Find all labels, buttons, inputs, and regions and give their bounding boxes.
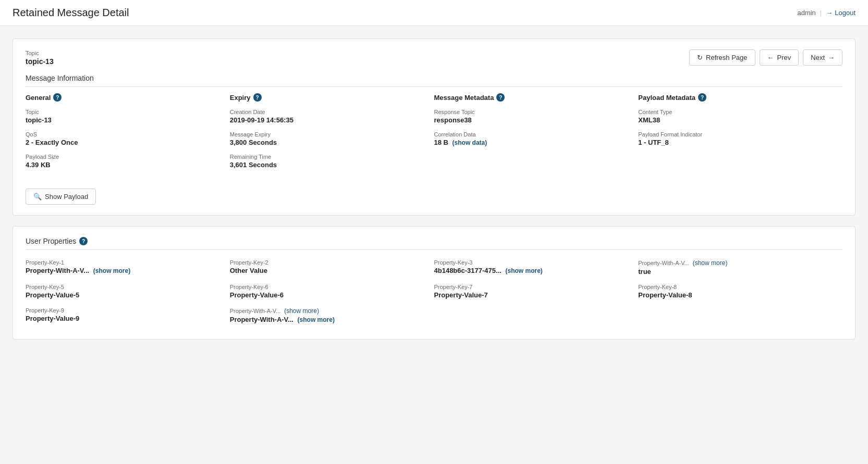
expiry-title: Expiry ? (230, 93, 426, 102)
field-remaining-time: Remaining Time 3,601 Seconds (230, 154, 426, 169)
field-creation-date-label: Creation Date (230, 109, 426, 115)
field-correlation-data: Correlation Data 18 B (show data) (434, 131, 630, 146)
prop-value-7: Property-Value-7 (434, 291, 630, 299)
field-topic-label: Topic (26, 109, 222, 115)
general-title: General ? (26, 93, 222, 102)
prop-item-7: Property-Key-7 Property-Value-7 (434, 281, 639, 304)
prop-value-4: true (638, 268, 834, 275)
general-help-icon: ? (53, 93, 62, 102)
prop-item-1: Property-Key-1 Property-With-A-V... (sho… (26, 256, 230, 281)
field-content-type-value: XML38 (638, 116, 834, 124)
prop-1-show-more[interactable]: (show more) (93, 267, 130, 274)
payload-metadata-title: Payload Metadata ? (638, 93, 834, 102)
prop-key-10: Property-With-A-V... (show more) (230, 307, 426, 315)
field-topic-value: topic-13 (26, 116, 222, 124)
field-response-topic-value: response38 (434, 116, 630, 124)
payload-metadata-help-icon: ? (698, 93, 706, 102)
search-icon: 🔍 (33, 193, 42, 200)
card-header-row: Topic topic-13 ↻ Refresh Page ← Prev Nex… (26, 49, 842, 66)
field-message-expiry-value: 3,800 Seconds (230, 139, 426, 146)
field-response-topic: Response Topic response38 (434, 109, 630, 124)
prop-item-5: Property-Key-5 Property-Value-5 (26, 281, 230, 304)
prop-10-key-show-more[interactable]: (show more) (284, 307, 319, 315)
prop-value-8: Property-Value-8 (638, 291, 834, 299)
prop-3-show-more[interactable]: (show more) (505, 267, 542, 274)
topic-label: Topic (26, 50, 54, 56)
message-metadata-help-icon: ? (496, 93, 505, 102)
prop-value-5: Property-Value-5 (26, 291, 222, 299)
show-payload-label: Show Payload (45, 193, 88, 200)
show-payload-button[interactable]: 🔍 Show Payload (26, 189, 96, 205)
user-properties-help-icon: ? (79, 237, 88, 245)
topic-value: topic-13 (26, 57, 54, 66)
action-buttons: ↻ Refresh Page ← Prev Next → (689, 49, 842, 66)
user-properties-card: User Properties ? Property-Key-1 Propert… (13, 226, 855, 340)
prop-value-6: Property-Value-6 (230, 291, 426, 299)
general-section: General ? Topic topic-13 QoS 2 - Exactly… (26, 93, 230, 176)
prop-key-6: Property-Key-6 (230, 284, 426, 290)
prop-key-3: Property-Key-3 (434, 259, 630, 266)
field-content-type: Content Type XML38 (638, 109, 834, 124)
info-grid: General ? Topic topic-13 QoS 2 - Exactly… (26, 93, 842, 176)
refresh-label: Refresh Page (706, 54, 748, 61)
next-icon: → (828, 54, 835, 61)
logout-label: Logout (835, 9, 855, 17)
field-qos-value: 2 - Exactly Once (26, 139, 222, 146)
field-payload-size: Payload Size 4.39 KB (26, 154, 222, 169)
prop-item-3: Property-Key-3 4b148b6c-3177-475... (sho… (434, 256, 639, 281)
main-content: Topic topic-13 ↻ Refresh Page ← Prev Nex… (0, 26, 868, 362)
payload-metadata-section: Payload Metadata ? Content Type XML38 Pa… (638, 93, 842, 176)
prop-10-show-more[interactable]: (show more) (298, 316, 335, 323)
refresh-icon: ↻ (697, 54, 703, 61)
top-bar: Retained Message Detail admin | → Logout (0, 0, 868, 26)
logout-icon: → (826, 9, 833, 17)
topic-block: Topic topic-13 (26, 50, 54, 66)
prop-item-10: Property-With-A-V... (show more) Propert… (230, 304, 434, 329)
field-remaining-time-label: Remaining Time (230, 154, 426, 160)
field-payload-format-label: Payload Format Indicator (638, 131, 834, 137)
expiry-section: Expiry ? Creation Date 2019-09-19 14:56:… (230, 93, 434, 176)
prop-key-9: Property-Key-9 (26, 307, 222, 313)
prop-key-4: Property-With-A-V... (show more) (638, 259, 834, 267)
prop-item-4: Property-With-A-V... (show more) true (638, 256, 842, 281)
field-message-expiry-label: Message Expiry (230, 131, 426, 137)
field-creation-date: Creation Date 2019-09-19 14:56:35 (230, 109, 426, 124)
field-topic: Topic topic-13 (26, 109, 222, 124)
logout-link[interactable]: → Logout (826, 9, 855, 17)
message-metadata-title: Message Metadata ? (434, 93, 630, 102)
message-info-title: Message Information (26, 74, 842, 87)
field-payload-format: Payload Format Indicator 1 - UTF_8 (638, 131, 834, 146)
field-message-expiry: Message Expiry 3,800 Seconds (230, 131, 426, 146)
field-payload-format-value: 1 - UTF_8 (638, 139, 834, 146)
user-properties-grid: Property-Key-1 Property-With-A-V... (sho… (26, 256, 842, 329)
prop-key-7: Property-Key-7 (434, 284, 630, 290)
expiry-help-icon: ? (253, 93, 262, 102)
prop-item-2: Property-Key-2 Other Value (230, 256, 434, 281)
next-button[interactable]: Next → (803, 49, 842, 66)
field-qos: QoS 2 - Exactly Once (26, 131, 222, 146)
prop-4-key-show-more[interactable]: (show more) (693, 259, 728, 267)
field-response-topic-label: Response Topic (434, 109, 630, 115)
prop-key-1: Property-Key-1 (26, 259, 222, 266)
prop-value-10: Property-With-A-V... (show more) (230, 316, 426, 323)
prev-icon: ← (767, 54, 774, 61)
user-properties-title: User Properties ? (26, 237, 842, 250)
divider: | (820, 9, 822, 17)
field-creation-date-value: 2019-09-19 14:56:35 (230, 116, 426, 124)
refresh-page-button[interactable]: ↻ Refresh Page (689, 49, 755, 66)
field-content-type-label: Content Type (638, 109, 834, 115)
field-payload-size-label: Payload Size (26, 154, 222, 160)
prop-item-6: Property-Key-6 Property-Value-6 (230, 281, 434, 304)
field-correlation-data-value: 18 B (show data) (434, 139, 630, 146)
username: admin (797, 9, 815, 17)
next-label: Next (811, 54, 825, 61)
prop-value-9: Property-Value-9 (26, 315, 222, 322)
prev-button[interactable]: ← Prev (760, 49, 799, 66)
show-data-link[interactable]: (show data) (453, 139, 487, 146)
prop-key-2: Property-Key-2 (230, 259, 426, 266)
prop-item-9: Property-Key-9 Property-Value-9 (26, 304, 230, 329)
prop-value-2: Other Value (230, 267, 426, 274)
page-title: Retained Message Detail (13, 7, 129, 19)
prev-label: Prev (777, 54, 791, 61)
field-remaining-time-value: 3,601 Seconds (230, 161, 426, 169)
